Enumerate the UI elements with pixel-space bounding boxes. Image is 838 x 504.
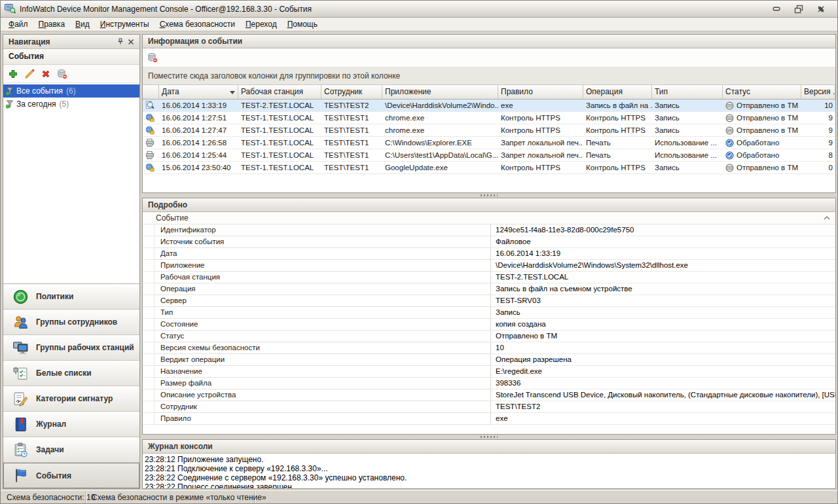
menu-edit[interactable]: Правка [33,18,71,31]
edit-filter-icon[interactable] [24,69,35,79]
detail-row[interactable]: Описание устройстваStoreJet Transcend US… [143,389,835,401]
cell-employee: TEST\TEST1 [321,124,382,136]
column-header-type[interactable]: Тип [652,85,723,99]
sidebar-item-tasks[interactable]: Задачи [3,437,139,463]
sidebar-item-journal[interactable]: Журнал [3,412,139,437]
table-row[interactable]: 16.06.2014 1:33:19 TEST-2.TEST.LOCAL TES… [143,99,835,112]
sidebar-item-policies[interactable]: Политики [3,284,139,310]
audit-record-icon [145,101,155,110]
detail-label: Идентификатор [155,225,491,236]
menubar: Файл Правка Вид Инструменты Схема безопа… [1,18,837,31]
menu-tools[interactable]: Инструменты [95,18,155,31]
column-header-icon[interactable] [143,85,159,99]
tree-item-today[interactable]: За сегодня (5) [3,98,139,111]
detail-row[interactable]: Размер файла398336 [143,378,835,389]
table-row[interactable]: 15.06.2014 23:50:40 TEST-1.TEST.LOCAL TE… [143,162,835,174]
menu-security-scheme[interactable]: Схема безопасности [155,18,240,31]
group-by-hint[interactable]: Поместите сюда заголовок колонки для гру… [143,67,835,85]
delete-filter-icon[interactable] [41,69,51,79]
column-header-version[interactable]: Версия ... [801,85,835,99]
detail-row[interactable]: НазначениеE:\regedit.exe [143,366,835,378]
detail-row[interactable]: СерверTEST-SRV03 [143,295,835,307]
restore-button[interactable] [790,3,807,14]
cell-date: 16.06.2014 1:27:47 [159,124,238,136]
console-log-line: 23:28:22 Процесс соединения завершен. [145,482,835,488]
cell-operation: Запись в файл на ... [583,99,652,111]
menu-file[interactable]: Файл [3,18,33,31]
console-log-line: 23:28:21 Подключение к серверу «192.168.… [145,464,835,473]
detail-value: Запись [491,307,835,319]
sidebar-item-employee-groups[interactable]: Группы сотрудников [3,310,139,335]
detail-row[interactable]: ТипЗапись [143,307,835,319]
table-row[interactable]: 16.06.2014 1:27:47 TEST-1.TEST.LOCAL TES… [143,124,835,137]
clear-database-icon[interactable] [57,69,67,79]
sidebar-item-events[interactable]: События [3,463,139,488]
sidebar-item-signature-categories[interactable]: Категории сигнатур [3,386,139,412]
clear-database-icon[interactable] [147,52,158,63]
titlebar: InfoWatch Device Monitor Management Cons… [1,1,837,18]
sidebar-item-white-lists[interactable]: Белые списки [3,361,139,386]
detail-row[interactable]: Версия схемы безопасности10 [143,342,835,354]
navigation-panel: Навигация События Все события (6) [3,34,140,489]
pin-icon[interactable] [115,37,126,46]
detail-row[interactable]: СотрудникTEST\TEST2 [143,401,835,413]
cell-rule: Запрет локальной печ... [498,137,583,149]
events-table-header: Дата Рабочая станция Сотрудник Приложени… [143,85,835,99]
detail-row[interactable]: ОперацияЗапись в файл на съемном устройс… [143,283,835,295]
detail-value: 1249ce51-f4a8-11e3-82d8-000c29fe5750 [491,225,835,236]
column-header-date[interactable]: Дата [159,85,238,99]
printer-record-icon [145,151,155,160]
detail-row[interactable]: Правилоexe [143,413,835,425]
column-header-operation[interactable]: Операция [583,85,652,99]
close-panel-icon[interactable] [126,37,136,46]
details-group-label: Событие [156,213,189,223]
column-header-workstation[interactable]: Рабочая станция [238,85,321,99]
minimize-button[interactable] [768,3,785,14]
detail-row[interactable]: Рабочая станцияTEST-2.TEST.LOCAL [143,272,835,283]
menu-view[interactable]: Вид [70,18,95,31]
window-controls [768,3,829,14]
detail-value: Файловое [491,236,835,248]
signature-categories-icon [12,391,29,407]
table-row[interactable]: 16.06.2014 1:25:44 TEST-1.TEST.LOCAL TES… [143,149,835,162]
cell-application: \Device\HarddiskVolume2\Windo... [382,99,498,111]
tree-item-label: Все события [16,86,63,96]
details-empty-area [143,425,835,434]
column-header-employee[interactable]: Сотрудник [321,85,382,99]
collapse-chevron-icon[interactable] [824,216,830,220]
statusbar-scheme-version: Схема безопасности: 10 [1,491,86,503]
cell-employee: TEST\TEST2 [321,99,382,111]
column-header-status[interactable]: Статус [723,85,801,99]
table-row[interactable]: 16.06.2014 1:27:51 TEST-1.TEST.LOCAL TES… [143,112,835,124]
column-header-rule[interactable]: Правило [498,85,583,99]
https-record-icon [145,126,155,135]
menu-help[interactable]: Помощь [282,18,323,31]
sent-to-tm-icon [725,126,734,135]
detail-row[interactable]: Дата16.06.2014 1:33:19 [143,248,835,260]
cell-rule: Запрет локальной печ... [498,149,583,161]
sidebar-item-workstation-groups[interactable]: Группы рабочих станций [3,335,139,361]
close-button[interactable] [812,3,829,14]
cell-application: chrome.exe [382,124,498,136]
horizontal-splitter[interactable] [142,435,836,439]
details-group-header[interactable]: Событие [143,212,835,225]
table-row[interactable]: 16.06.2014 1:26:58 TEST-1.TEST.LOCAL TES… [143,137,835,149]
cell-rule: Контроль HTTPS [498,112,583,124]
nav-section-title: События [3,49,139,65]
cell-operation: Печать [583,137,652,149]
detail-row[interactable]: СтатусОтправлено в ТМ [143,331,835,342]
detail-row[interactable]: Приложение\Device\HarddiskVolume2\Window… [143,260,835,272]
detail-row[interactable]: Источник событияФайловое [143,236,835,248]
sent-to-tm-icon [725,164,734,172]
menu-navigate[interactable]: Переход [240,18,282,31]
horizontal-splitter[interactable] [142,193,836,198]
tree-item-all-events[interactable]: Все события (6) [3,84,139,98]
column-header-application[interactable]: Приложение [382,85,498,99]
add-filter-icon[interactable] [8,69,18,79]
detail-row[interactable]: Состояниекопия создана [143,319,835,331]
sent-to-tm-icon [725,114,734,122]
detail-row[interactable]: Вердикт операцииОперация разрешена [143,354,835,366]
detail-row[interactable]: Идентификатор1249ce51-f4a8-11e3-82d8-000… [143,225,835,236]
cell-type: Запись [652,162,723,173]
detail-label: Назначение [155,366,491,378]
